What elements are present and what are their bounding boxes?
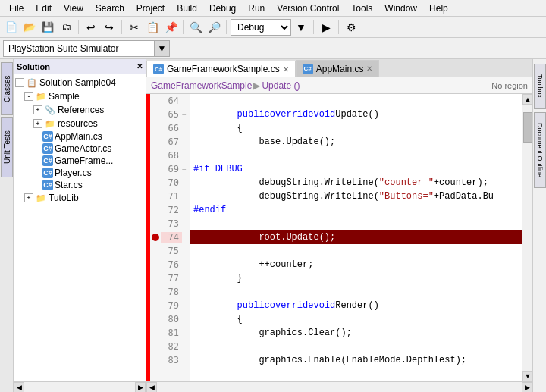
- menu-run[interactable]: Run: [242, 2, 271, 15]
- save-button[interactable]: 💾: [39, 19, 56, 36]
- toolbar-sep-4: [226, 20, 227, 34]
- gutter-row-81: 81: [150, 326, 190, 340]
- sample-expand[interactable]: -: [24, 92, 33, 101]
- toolbox-tab[interactable]: Toolbox: [534, 64, 546, 109]
- hscroll-left-btn[interactable]: ◀: [14, 382, 24, 393]
- tree-appmain[interactable]: C# AppMain.cs: [15, 130, 144, 143]
- editor-hscroll-right[interactable]: ▶: [522, 382, 532, 393]
- gutter-row-72: 72: [150, 203, 190, 217]
- tree-sample[interactable]: - 📁 Sample: [15, 89, 144, 103]
- gameframework-tab-label: GameFrameworkSample.cs: [167, 64, 280, 74]
- build-config-dropdown[interactable]: Debug: [231, 19, 291, 36]
- cut-button[interactable]: ✂: [126, 19, 143, 36]
- linenum-82: 82: [161, 341, 182, 352]
- classes-tab[interactable]: Classes: [1, 62, 13, 115]
- paste-button[interactable]: 📌: [162, 19, 179, 36]
- menu-project[interactable]: Project: [130, 2, 171, 15]
- gutter-row-74: 74: [150, 230, 190, 244]
- menu-tools[interactable]: Tools: [345, 2, 378, 15]
- unit-tests-tab[interactable]: Unit Tests: [1, 117, 13, 177]
- line-83: graphics.Enable(EnableMode.DepthTest);: [190, 353, 522, 367]
- panel-close-btn[interactable]: ✕: [136, 62, 143, 71]
- line-70: debugString.WriteLine("counter "+counter…: [190, 176, 522, 190]
- references-label: References: [58, 105, 104, 115]
- star-label: Star.cs: [55, 180, 83, 190]
- menu-file[interactable]: File: [3, 2, 30, 15]
- tutolib-expand[interactable]: +: [24, 193, 33, 202]
- gutter-row-79: 79 −: [150, 299, 190, 312]
- toolbar-sep-6: [338, 20, 339, 34]
- breadcrumb-method[interactable]: Update (): [262, 80, 300, 91]
- tree-solution-root[interactable]: - 📋 Solution Sample04: [15, 76, 144, 89]
- appmain-tab-close[interactable]: ✕: [366, 64, 372, 73]
- resources-expand[interactable]: +: [33, 119, 42, 128]
- undo-button[interactable]: ↩: [83, 19, 99, 36]
- hscroll-right-btn[interactable]: ▶: [135, 382, 146, 393]
- document-outline-tab[interactable]: Document Outline: [534, 112, 546, 188]
- menu-window[interactable]: Window: [378, 2, 423, 15]
- tree-resources[interactable]: + 📁 resources: [15, 117, 144, 130]
- menu-debug[interactable]: Debug: [203, 2, 242, 15]
- gutter-row-65: 65 −: [150, 108, 190, 121]
- vscroll-up-btn[interactable]: ▲: [522, 94, 532, 105]
- vscroll-down-btn[interactable]: ▼: [522, 371, 532, 381]
- line-67: base.Update();: [190, 135, 522, 149]
- left-panel-hscroll[interactable]: ◀ ▶: [14, 381, 146, 392]
- linenum-81: 81: [161, 328, 182, 338]
- menu-build[interactable]: Build: [171, 2, 203, 15]
- dropdown-arrow[interactable]: ▼: [293, 19, 309, 36]
- tree-star[interactable]: C# Star.cs: [15, 179, 144, 191]
- references-expand[interactable]: +: [33, 105, 42, 114]
- toolbar-sep-5: [313, 20, 314, 34]
- bp-74: [150, 234, 161, 241]
- settings-button[interactable]: ⚙: [343, 19, 359, 36]
- search-button[interactable]: 🔍: [187, 19, 204, 36]
- tree-references[interactable]: + 📎 References: [15, 103, 144, 117]
- gutter-row-80: 80: [150, 312, 190, 326]
- expand-79[interactable]: −: [182, 302, 190, 310]
- save-all-button[interactable]: 🗂: [58, 19, 74, 36]
- tree-gameactor[interactable]: C# GameActor.cs: [15, 143, 144, 155]
- simulator-dropdown-btn[interactable]: ▼: [154, 41, 169, 56]
- line-82: [190, 340, 522, 353]
- solution-expand[interactable]: -: [15, 78, 24, 87]
- line-81: graphics.Clear();: [190, 326, 522, 340]
- editor-hscroll-left[interactable]: ◀: [146, 382, 157, 393]
- redo-button[interactable]: ↪: [101, 19, 118, 36]
- menu-version-control[interactable]: Version Control: [271, 2, 345, 15]
- find-replace-button[interactable]: 🔎: [206, 19, 222, 36]
- gutter-row-69: 69 −: [150, 162, 190, 176]
- menu-search[interactable]: Search: [89, 2, 130, 15]
- vscroll-thumb[interactable]: [523, 112, 532, 143]
- expand-65[interactable]: −: [182, 111, 190, 119]
- gameframework-tab-close[interactable]: ✕: [283, 65, 289, 74]
- solution-icon: 📋: [26, 77, 38, 89]
- menu-bar: File Edit View Search Project Build Debu…: [0, 0, 546, 17]
- tree-player[interactable]: C# Player.cs: [15, 167, 144, 179]
- line-71: debugString.WriteLine("Buttons="+PadData…: [190, 190, 522, 203]
- breadcrumb-class[interactable]: GameFrameworkSample: [151, 80, 252, 91]
- simulator-dropdown-container[interactable]: PlayStation Suite Simulator ▼: [3, 40, 170, 57]
- simulator-label: PlayStation Suite Simulator: [4, 43, 154, 54]
- breadcrumb-sep: ▶: [253, 80, 260, 91]
- linenum-67: 67: [161, 136, 182, 147]
- tab-gameframework[interactable]: C# GameFrameworkSample.cs ✕: [146, 61, 296, 77]
- references-icon: 📎: [44, 104, 56, 116]
- expand-69[interactable]: −: [182, 165, 190, 174]
- menu-view[interactable]: View: [58, 2, 89, 15]
- tree-tutolib[interactable]: + 📁 TutoLib: [15, 191, 144, 205]
- tab-appmain[interactable]: C# AppMain.cs ✕: [296, 60, 380, 77]
- sample-folder-icon: 📁: [35, 90, 47, 102]
- menu-help[interactable]: Help: [423, 2, 454, 15]
- new-file-button[interactable]: 📄: [3, 19, 20, 36]
- copy-button[interactable]: 📋: [144, 19, 161, 36]
- player-label: Player.cs: [55, 168, 92, 178]
- open-button[interactable]: 📂: [21, 19, 38, 36]
- toolbar-main: 📄 📂 💾 🗂 ↩ ↪ ✂ 📋 📌 🔍 🔎 Debug ▼ ▶ ⚙: [0, 17, 546, 38]
- menu-edit[interactable]: Edit: [30, 2, 58, 15]
- gameactor-label: GameActor.cs: [55, 143, 111, 154]
- code-content[interactable]: public override void Update() { base.Upd…: [190, 94, 522, 381]
- vscroll-track[interactable]: [522, 105, 532, 371]
- tree-gameframe[interactable]: C# GameFrame...: [15, 155, 144, 167]
- play-button[interactable]: ▶: [318, 19, 334, 36]
